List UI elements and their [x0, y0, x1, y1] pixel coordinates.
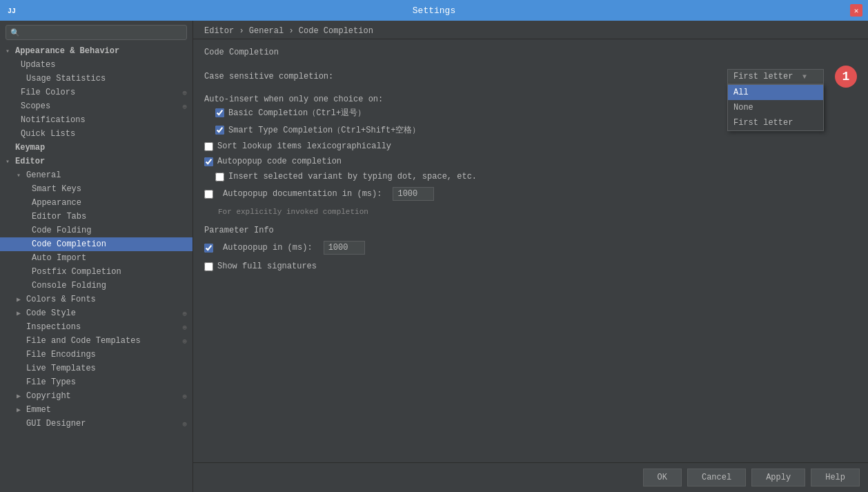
expand-icon: ▾	[6, 157, 12, 166]
show-full-sig-checkbox[interactable]	[204, 262, 213, 271]
sidebar-item-inspections[interactable]: Inspections⊕	[0, 320, 193, 334]
copy-icon: ⊕	[182, 309, 187, 318]
copy-icon: ⊕	[182, 337, 187, 346]
title-bar: JJ Settings ✕	[0, 0, 868, 21]
badge-number: 1	[842, 70, 850, 83]
sidebar-item-file-code-templates[interactable]: File and Code Templates⊕	[0, 334, 193, 348]
sidebar-item-label: Appearance	[32, 198, 81, 208]
param-autopopup-input[interactable]	[324, 241, 365, 255]
sort-lookup-checkbox[interactable]	[204, 142, 213, 151]
sidebar-item-usage-statistics[interactable]: Usage Statistics	[0, 72, 193, 86]
case-sensitive-row: Case sensitive completion: First letter …	[204, 66, 857, 88]
section-title: Code Completion	[204, 48, 857, 57]
dropdown-value: First letter	[733, 72, 793, 81]
close-button[interactable]: ✕	[850, 4, 862, 17]
sidebar-item-label: GUI Designer	[26, 419, 86, 429]
search-icon: 🔍	[10, 28, 20, 37]
dropdown-option-first[interactable]: First letter	[728, 115, 823, 130]
autopopup-doc-label: Autopopup documentation in (ms):	[223, 189, 382, 199]
sidebar-item-file-encodings[interactable]: File Encodings	[0, 348, 193, 362]
sidebar-item-auto-import[interactable]: Auto Import	[0, 251, 193, 265]
sidebar-item-scopes[interactable]: Scopes⊕	[0, 99, 193, 113]
sidebar-item-keymap[interactable]: Keymap	[0, 141, 193, 155]
sidebar-item-emmet[interactable]: ▶Emmet	[0, 403, 193, 417]
sidebar-item-label: File Types	[26, 377, 76, 387]
ok-button[interactable]: OK	[643, 469, 682, 486]
help-button[interactable]: Help	[811, 469, 860, 486]
dropdown-option-all[interactable]: All	[728, 85, 823, 100]
sidebar-item-updates[interactable]: Updates	[0, 58, 193, 72]
sidebar-item-label: Editor	[15, 157, 45, 166]
copy-icon: ⊕	[182, 102, 187, 111]
param-info-title: Parameter Info	[204, 226, 857, 235]
bottom-bar: OK Cancel Apply Help	[193, 462, 868, 492]
sidebar-items-container: ▾Appearance & Behavior Updates Usage Sta…	[0, 44, 193, 431]
sidebar-item-label: Code Style	[26, 308, 76, 318]
sidebar-item-postfix-completion[interactable]: Postfix Completion	[0, 265, 193, 279]
sidebar-item-file-colors[interactable]: File Colors⊕	[0, 86, 193, 99]
autopopup-checkbox[interactable]	[204, 157, 213, 166]
sidebar-item-label: Code Folding	[32, 226, 91, 235]
sidebar-item-label: Live Templates	[26, 364, 96, 373]
search-input[interactable]	[23, 28, 182, 37]
title-bar-left: JJ	[6, 4, 18, 17]
dropdown-menu: All None First letter	[727, 84, 824, 131]
sidebar-item-label: Editor Tabs	[32, 212, 86, 222]
cancel-button[interactable]: Cancel	[687, 469, 746, 486]
param-autopopup-checkbox[interactable]	[204, 244, 213, 253]
sidebar-item-live-templates[interactable]: Live Templates	[0, 362, 193, 375]
search-box[interactable]: 🔍	[6, 25, 187, 40]
sidebar-item-label: Smart Keys	[32, 184, 81, 194]
sidebar-item-editor-tabs[interactable]: Editor Tabs	[0, 210, 193, 224]
dropdown-option-none[interactable]: None	[728, 100, 823, 115]
case-sensitive-label: Case sensitive completion:	[204, 72, 333, 81]
sidebar-item-label: Auto Import	[32, 253, 86, 263]
svg-text:JJ: JJ	[8, 8, 16, 15]
sidebar-item-label: Usage Statistics	[26, 74, 106, 83]
case-sensitive-dropdown-container: First letter ▼ All None First letter	[727, 69, 824, 84]
sidebar-item-label: Emmet	[26, 405, 51, 415]
dropdown-arrow-icon: ▼	[802, 73, 807, 81]
sidebar-item-appearance-behavior[interactable]: ▾Appearance & Behavior	[0, 44, 193, 58]
basic-completion-checkbox[interactable]	[215, 108, 224, 117]
sidebar-item-editor[interactable]: ▾Editor	[0, 155, 193, 168]
copy-icon: ⊕	[182, 392, 187, 401]
sidebar-item-gui-designer[interactable]: GUI Designer⊕	[0, 417, 193, 431]
sidebar-item-code-folding[interactable]: Code Folding	[0, 224, 193, 237]
insert-selected-row: Insert selected variant by typing dot, s…	[204, 172, 857, 181]
sidebar-item-label: File Colors	[21, 88, 75, 97]
insert-selected-checkbox[interactable]	[215, 173, 224, 181]
smart-type-checkbox[interactable]	[215, 126, 224, 135]
sidebar-item-smart-keys[interactable]: Smart Keys	[0, 182, 193, 196]
expand-icon: ▾	[6, 47, 12, 55]
apply-button[interactable]: Apply	[751, 469, 805, 486]
sort-lookup-label: Sort lookup items lexicographically	[217, 141, 391, 151]
expand-icon: ▶	[17, 295, 23, 304]
sidebar-item-general[interactable]: ▾General	[0, 168, 193, 182]
sidebar-item-label: Quick Lists	[21, 129, 75, 139]
sidebar-item-label: File and Code Templates	[26, 336, 141, 346]
sidebar-item-file-types[interactable]: File Types	[0, 375, 193, 389]
copy-icon: ⊕	[182, 88, 187, 97]
autopopup-doc-checkbox[interactable]	[204, 190, 213, 199]
sidebar-item-code-completion[interactable]: Code Completion	[0, 237, 193, 251]
expand-icon: ▶	[17, 309, 23, 317]
sidebar-item-appearance[interactable]: Appearance	[0, 196, 193, 210]
insert-selected-label: Insert selected variant by typing dot, s…	[228, 172, 477, 181]
sidebar-item-console-folding[interactable]: Console Folding	[0, 279, 193, 293]
sidebar-item-quick-lists[interactable]: Quick Lists	[0, 127, 193, 141]
sidebar-item-colors-fonts[interactable]: ▶Colors & Fonts	[0, 293, 193, 306]
sidebar-item-label: File Encodings	[26, 350, 96, 360]
sort-lookup-row: Sort lookup items lexicographically	[204, 141, 857, 151]
sidebar-item-label: Code Completion	[32, 239, 106, 249]
sidebar: 🔍 ▾Appearance & Behavior Updates Usage S…	[0, 21, 193, 492]
autopopup-doc-input[interactable]	[393, 187, 434, 201]
autopopup-label: Autopopup code completion	[217, 157, 342, 166]
sidebar-item-code-style[interactable]: ▶Code Style⊕	[0, 306, 193, 320]
show-full-sig-row: Show full signatures	[204, 262, 857, 271]
sidebar-item-notifications[interactable]: Notifications	[0, 113, 193, 127]
help-text: For explicitly invoked completion	[204, 208, 857, 216]
param-autopopup-label: Autopopup in (ms):	[223, 243, 313, 253]
case-sensitive-dropdown[interactable]: First letter ▼	[727, 69, 824, 84]
sidebar-item-copyright[interactable]: ▶Copyright⊕	[0, 389, 193, 403]
